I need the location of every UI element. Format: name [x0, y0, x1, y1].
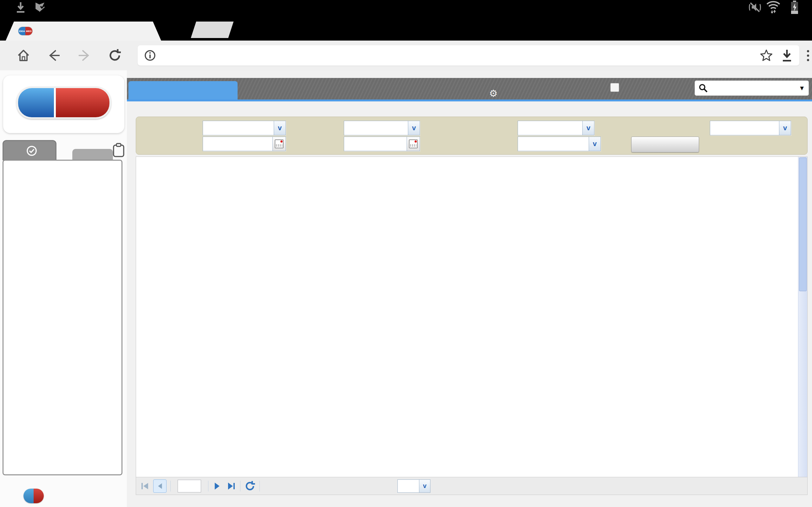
download-notification-icon [15, 2, 26, 13]
home-icon[interactable] [16, 49, 31, 62]
next-page-icon[interactable] [212, 481, 222, 491]
filter-panel: v v v v [136, 117, 808, 155]
prev-page-button[interactable] [153, 480, 166, 493]
forward-icon[interactable] [78, 49, 91, 62]
app-header: ⚙ ▼ [127, 78, 812, 100]
mute-icon [749, 2, 761, 13]
prev-page-icon [156, 482, 164, 490]
to-date-input[interactable] [344, 136, 420, 151]
chevron-down-icon[interactable]: v [274, 121, 286, 135]
calendar-icon[interactable] [407, 137, 420, 151]
page-input[interactable] [177, 480, 201, 493]
task-check-icon [26, 146, 37, 156]
refresh-grid-icon[interactable] [244, 481, 256, 492]
page-info-icon[interactable] [144, 49, 156, 61]
hospital-logo [3, 75, 124, 133]
header-accent-line [127, 100, 812, 101]
browser-tab-bar: IDEAMED [0, 14, 812, 41]
bookmark-star-icon[interactable] [760, 49, 773, 62]
chevron-down-icon: v [419, 480, 430, 493]
browser-menu-icon[interactable] [807, 50, 809, 61]
last-page-icon[interactable] [226, 481, 236, 491]
back-icon[interactable] [47, 49, 61, 62]
clipboard-icon[interactable] [112, 143, 125, 158]
menu-scroll-down-icon[interactable] [3, 161, 121, 169]
from-date-input[interactable] [203, 136, 286, 151]
ideamed-logo [23, 489, 44, 503]
android-status-bar [0, 0, 812, 14]
hidden-tab-stub [72, 149, 113, 160]
supplier-select[interactable]: v [710, 121, 791, 135]
clear-button[interactable] [631, 136, 699, 153]
chevron-down-icon[interactable]: v [779, 121, 791, 135]
chevron-down-icon[interactable]: v [408, 121, 420, 135]
netsuite-select[interactable]: v [518, 121, 595, 135]
task-tab[interactable] [3, 140, 56, 160]
department-select[interactable]: v [203, 121, 286, 135]
status-select[interactable]: v [518, 136, 601, 151]
tab-purchase-order-console[interactable] [129, 81, 238, 100]
screen: IDEAMED [0, 0, 812, 507]
url-field[interactable] [138, 45, 799, 66]
search-dropdown-icon[interactable]: ▼ [799, 84, 805, 92]
browser-toolbar [0, 41, 812, 70]
new-tab-stub[interactable] [191, 21, 234, 38]
reload-icon[interactable] [108, 49, 122, 62]
wifi-icon [766, 1, 780, 14]
powered-by [17, 489, 44, 503]
app-window: ⚙ ▼ [0, 70, 812, 507]
battery-icon [791, 1, 799, 14]
settings-gear-icon[interactable]: ⚙ [489, 89, 498, 98]
po-no-select[interactable]: v [344, 121, 420, 135]
patient-search-box[interactable]: ▼ [695, 80, 809, 96]
table-scrollbar[interactable] [798, 157, 807, 477]
task-menu [3, 160, 122, 475]
favicon-pill-icon: IDEAMED [18, 27, 32, 35]
search-icon [699, 83, 708, 93]
browser-tab[interactable]: IDEAMED [6, 21, 161, 41]
chevron-down-icon[interactable]: v [582, 121, 594, 135]
download-page-icon[interactable] [781, 49, 793, 62]
chevron-down-icon[interactable]: v [589, 137, 600, 151]
refresh-interval-select[interactable]: v [397, 480, 430, 493]
grid-footer: v [136, 477, 808, 495]
main-panel: ⚙ ▼ [127, 70, 812, 507]
scrollbar-thumb[interactable] [799, 158, 807, 291]
usb-debug-notification-icon [34, 1, 46, 13]
first-page-icon[interactable] [140, 481, 150, 491]
sidebar [0, 70, 127, 507]
calendar-icon[interactable] [272, 137, 286, 151]
all-branch-checkbox[interactable] [610, 83, 619, 92]
po-table [136, 157, 808, 477]
